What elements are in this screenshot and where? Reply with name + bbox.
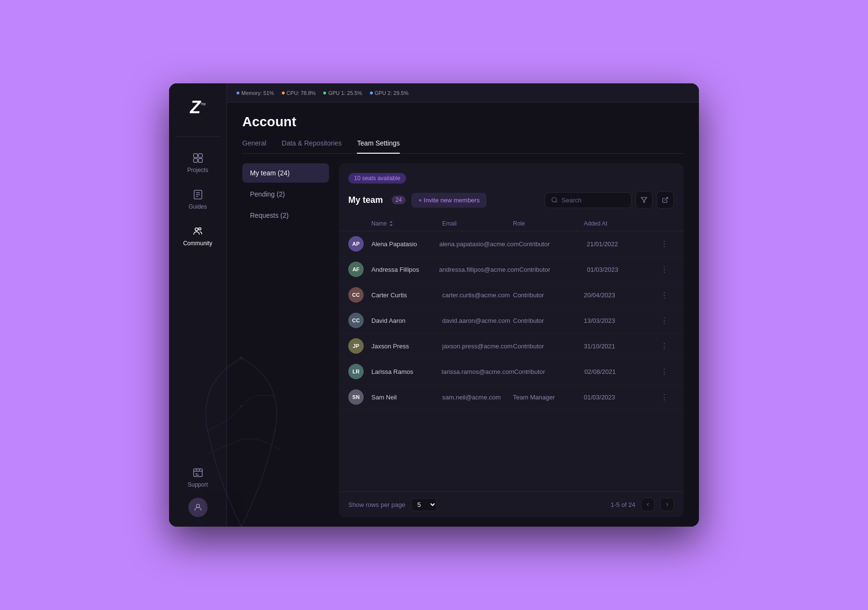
- member-role: Contributor: [519, 240, 587, 248]
- left-panel-pending[interactable]: Pending (2): [242, 185, 329, 204]
- col-role: Role: [513, 220, 584, 227]
- filter-icon: [641, 197, 647, 203]
- projects-icon: [192, 152, 204, 164]
- svg-rect-7: [198, 159, 202, 162]
- app-window: Zʰᵖ Projects Guides: [169, 83, 699, 527]
- left-panel-requests[interactable]: Requests (2): [242, 206, 329, 225]
- filter-button[interactable]: [635, 191, 653, 209]
- invite-members-button[interactable]: + Invite new members: [411, 193, 487, 208]
- tab-general[interactable]: General: [242, 139, 266, 154]
- seats-badge: 10 seats available: [348, 173, 406, 184]
- row-menu-button[interactable]: ⋮: [655, 291, 674, 300]
- member-email: larissa.ramos@acme.com: [442, 368, 514, 375]
- page-title: Account: [242, 114, 684, 130]
- col-name[interactable]: Name: [371, 220, 442, 227]
- svg-marker-18: [641, 198, 647, 203]
- member-email: jaxson.press@acme.com: [442, 343, 513, 350]
- search-box[interactable]: Search: [545, 192, 631, 208]
- svg-rect-4: [194, 154, 197, 158]
- toolbar-right: Search: [545, 191, 674, 209]
- row-menu-button[interactable]: ⋮: [655, 265, 674, 274]
- sidebar-item-label: Support: [187, 481, 208, 488]
- svg-line-19: [665, 198, 668, 200]
- member-email: andressa.fillipos@acme.com: [439, 266, 519, 273]
- sidebar-item-label: Guides: [188, 203, 207, 210]
- svg-point-15: [196, 504, 199, 507]
- topbar: Memory: 51% CPU: 78.8% GPU 1: 25.5% GPU …: [227, 83, 699, 103]
- member-role: Contributor: [513, 317, 584, 324]
- next-page-button[interactable]: [660, 498, 674, 511]
- row-menu-button[interactable]: ⋮: [655, 316, 674, 325]
- member-email: carter.curtis@acme.com: [442, 292, 513, 299]
- tab-data-repositories[interactable]: Data & Repositories: [282, 139, 342, 154]
- metric-gpu1: GPU 1: 25.5%: [323, 90, 362, 96]
- prev-page-button[interactable]: [641, 498, 655, 511]
- member-added: 20/04/2023: [584, 292, 655, 299]
- body-layout: My team (24) Pending (2) Requests (2) 10…: [227, 154, 699, 527]
- member-name: Andressa Fillipos: [371, 266, 439, 273]
- member-name: Carter Curtis: [371, 292, 442, 299]
- metric-gpu2: GPU 2: 29.5%: [370, 90, 408, 96]
- member-avatar: AF: [348, 262, 371, 277]
- export-button[interactable]: [657, 191, 674, 209]
- panel-header: 10 seats available My team 24 + Invite n…: [339, 163, 684, 216]
- row-menu-button[interactable]: ⋮: [655, 367, 674, 376]
- row-menu-button[interactable]: ⋮: [655, 239, 674, 249]
- page-header: Account General Data & Repositories Team…: [227, 103, 699, 154]
- member-added: 02/08/2021: [584, 368, 655, 375]
- rows-per-page-select[interactable]: 5 10 25: [411, 498, 437, 511]
- team-count: 24: [392, 196, 406, 204]
- member-role: Contributor: [513, 292, 584, 299]
- sidebar-item-label: Community: [183, 240, 212, 247]
- right-panel: 10 seats available My team 24 + Invite n…: [339, 163, 684, 517]
- table-row: CC Carter Curtis carter.curtis@acme.com …: [339, 282, 684, 308]
- community-icon: [192, 225, 204, 237]
- member-email: sam.neil@acme.com: [442, 394, 513, 401]
- table-row: LR Larissa Ramos larissa.ramos@acme.com …: [339, 359, 684, 385]
- table-row: AF Andressa Fillipos andressa.fillipos@a…: [339, 257, 684, 282]
- svg-point-12: [195, 228, 198, 231]
- member-avatar: AP: [348, 236, 371, 252]
- table-row: AP Alena Papatasio alena.papatasio@acme.…: [339, 231, 684, 257]
- user-avatar[interactable]: [188, 498, 208, 517]
- member-added: 13/03/2023: [584, 317, 655, 324]
- member-avatar: SN: [348, 389, 371, 405]
- row-menu-button[interactable]: ⋮: [655, 342, 674, 351]
- sidebar-item-label: Projects: [187, 167, 208, 173]
- member-avatar: CC: [348, 287, 371, 303]
- svg-rect-6: [194, 159, 197, 162]
- member-avatar: LR: [348, 364, 371, 379]
- sidebar-item-support[interactable]: Support: [169, 461, 226, 494]
- memory-dot: [237, 92, 239, 94]
- page-tabs: General Data & Repositories Team Setting…: [242, 139, 684, 154]
- app-logo: Zʰᵖ: [184, 93, 212, 122]
- cpu-dot: [282, 92, 285, 94]
- member-email: david.aaron@acme.com: [442, 317, 513, 324]
- left-panel-my-team[interactable]: My team (24): [242, 163, 329, 183]
- col-added-at: Added At: [584, 220, 655, 227]
- tab-team-settings[interactable]: Team Settings: [357, 139, 400, 154]
- member-name: Sam Neil: [371, 394, 442, 401]
- metric-cpu: CPU: 78.8%: [282, 90, 316, 96]
- svg-point-16: [552, 198, 556, 202]
- sidebar-divider: [175, 136, 221, 137]
- sidebar-bottom: Support: [169, 461, 226, 517]
- member-name: David Aaron: [371, 317, 442, 324]
- table-row: SN Sam Neil sam.neil@acme.com Team Manag…: [339, 385, 684, 410]
- team-label: My team: [348, 195, 383, 205]
- gpu2-dot: [370, 92, 373, 94]
- member-email: alena.papatasio@acme.com: [439, 240, 519, 248]
- metric-memory: Memory: 51%: [237, 90, 274, 96]
- table-body: AP Alena Papatasio alena.papatasio@acme.…: [339, 231, 684, 410]
- search-placeholder: Search: [562, 197, 581, 204]
- sidebar-item-community[interactable]: Community: [169, 220, 226, 252]
- sidebar-item-projects[interactable]: Projects: [169, 146, 226, 179]
- member-role: Team Manager: [513, 394, 584, 401]
- sidebar-item-guides[interactable]: Guides: [169, 183, 226, 216]
- left-panel: My team (24) Pending (2) Requests (2): [242, 163, 329, 517]
- svg-line-17: [556, 201, 557, 203]
- gpu1-dot: [323, 92, 326, 94]
- row-menu-button[interactable]: ⋮: [655, 393, 674, 402]
- pagination-info: 1-5 of 24: [611, 501, 635, 508]
- table-row: JP Jaxson Press jaxson.press@acme.com Co…: [339, 333, 684, 359]
